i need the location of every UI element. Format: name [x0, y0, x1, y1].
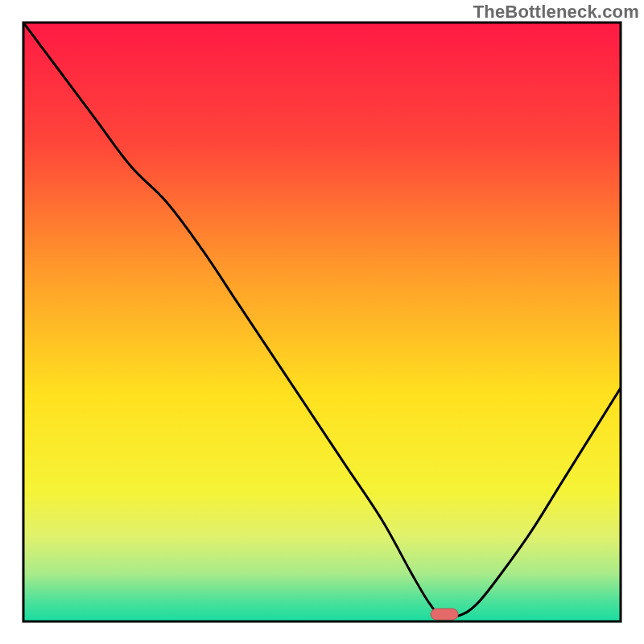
chart-stage: TheBottleneck.com — [0, 0, 644, 644]
bottleneck-chart — [0, 0, 644, 644]
optimal-point-marker — [431, 609, 458, 620]
watermark-text: TheBottleneck.com — [473, 2, 639, 23]
